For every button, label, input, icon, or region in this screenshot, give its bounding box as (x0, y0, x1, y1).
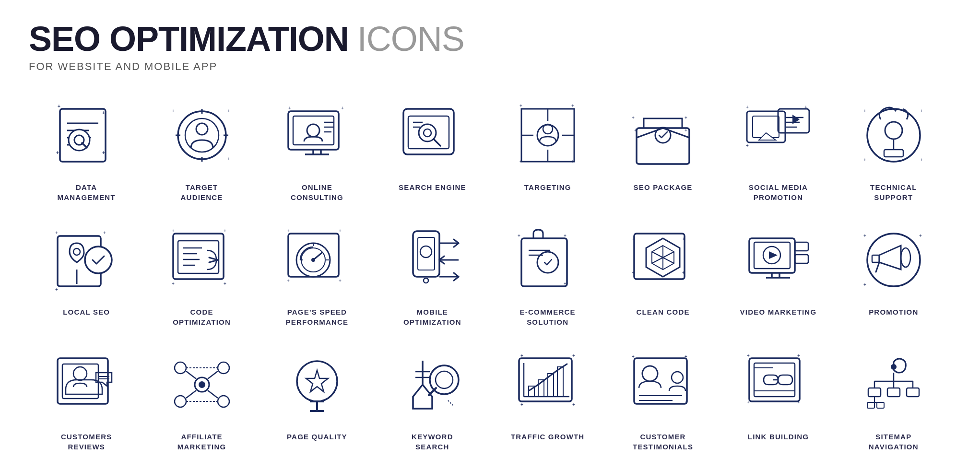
svg-text:+: + (746, 105, 749, 110)
svg-text:+: + (747, 353, 750, 358)
list-item: + + + LOCAL SEO (29, 212, 144, 337)
online-consulting-label: ONLINE CONSULTING (279, 182, 355, 202)
svg-text:+: + (632, 236, 635, 242)
link-building-label: LINK BUILDING (748, 432, 809, 442)
traffic-growth-label: TRAFFIC GROWTH (511, 432, 584, 442)
svg-text:+: + (682, 270, 685, 275)
promotion-icon: + + + (855, 222, 932, 298)
svg-point-156 (218, 362, 229, 374)
svg-rect-216 (867, 402, 874, 408)
subtitle: FOR WEBSITE AND MOBILE APP (29, 60, 951, 73)
svg-text:+: + (919, 233, 922, 238)
page-quality-label: PAGE QUALITY (287, 432, 347, 442)
list-item: + + + SOCIAL MEDIA PROMOTION (720, 87, 836, 212)
technical-support-icon: + + + + (855, 97, 932, 174)
list-item: + + + TARGET AUDIENCE (144, 87, 259, 212)
svg-rect-148 (58, 358, 108, 404)
svg-point-94 (311, 258, 315, 262)
svg-rect-217 (877, 402, 884, 408)
technical-support-label: TECHNICAL SUPPORT (855, 182, 932, 202)
svg-text:+: + (224, 228, 226, 234)
svg-text:+: + (172, 281, 175, 286)
list-item: AFFILIATE MARKETING (144, 337, 259, 461)
svg-point-27 (307, 124, 319, 137)
targeting-label: TARGETING (524, 182, 571, 192)
search-engine-label: SEARCH ENGINE (399, 182, 466, 192)
targeting-icon: + + + + (509, 97, 586, 174)
online-consulting-icon: + + (279, 97, 355, 174)
svg-point-64 (867, 109, 920, 162)
svg-rect-136 (795, 242, 808, 251)
svg-text:+: + (227, 156, 230, 162)
mobile-optimization-icon (394, 222, 471, 298)
svg-text:+: + (287, 278, 290, 283)
svg-text:+: + (55, 230, 58, 235)
social-media-promotion-label: SOCIAL MEDIA PROMOTION (740, 182, 816, 202)
local-seo-label: LOCAL SEO (63, 307, 110, 317)
list-item: + + + CUSTOMER TESTIMONIALS (605, 337, 720, 461)
target-audience-label: TARGET AUDIENCE (164, 182, 240, 202)
list-item: MOBILE OPTIMIZATION (375, 212, 490, 337)
link-building-icon: + + + + (740, 346, 816, 423)
svg-rect-34 (408, 116, 449, 149)
video-marketing-icon (740, 222, 816, 298)
svg-rect-23 (293, 116, 334, 145)
svg-text:+: + (172, 108, 175, 114)
data-management-label: DATA MANAGEMENT (48, 182, 125, 202)
svg-rect-22 (288, 111, 339, 150)
local-seo-icon: + + + (48, 222, 125, 298)
list-item: + + + + DATA MANAGEMENT (29, 87, 144, 212)
svg-text:+: + (520, 353, 523, 358)
svg-text:+: + (288, 106, 291, 111)
svg-text:+: + (518, 233, 520, 238)
svg-text:+: + (339, 228, 342, 234)
svg-point-188 (642, 366, 658, 381)
list-item: KEYWORD SEARCH (375, 337, 490, 461)
ecommerce-solution-icon: + + + (509, 222, 586, 298)
svg-text:+: + (564, 281, 567, 286)
svg-text:+: + (287, 228, 290, 234)
pages-speed-performance-icon: + + + + (279, 222, 355, 298)
list-item: + + + + TECHNICAL SUPPORT (836, 87, 951, 212)
list-item: + + + + SEO PACKAGE (605, 87, 720, 212)
svg-text:+: + (520, 402, 523, 407)
svg-point-74 (85, 247, 112, 273)
social-media-promotion-icon: + + + (740, 97, 816, 174)
keyword-search-icon (394, 346, 471, 423)
video-marketing-label: VIDEO MARKETING (740, 307, 817, 317)
svg-text:+: + (571, 159, 574, 164)
clean-code-label: CLEAN CODE (636, 307, 689, 317)
customers-reviews-icon (48, 346, 125, 423)
svg-text:+: + (863, 108, 866, 114)
svg-text:+: + (632, 270, 635, 275)
svg-point-65 (885, 122, 902, 139)
svg-text:+: + (339, 278, 342, 283)
svg-text:+: + (103, 230, 106, 235)
svg-line-37 (434, 139, 440, 146)
traffic-growth-icon: + + + + (509, 346, 586, 423)
svg-rect-66 (884, 150, 903, 157)
header: SEO OPTIMIZATION ICONS FOR WEBSITE AND M… (29, 19, 951, 73)
page-quality-icon (279, 346, 355, 423)
code-optimization-label: CODE OPTIMIZATION (164, 307, 240, 327)
customers-reviews-label: CUSTOMERS REVIEWS (48, 432, 125, 452)
list-item: + + + E-COMMERCE SOLUTION (490, 212, 605, 337)
sitemap-navigation-label: SITEMAP NAVIGATION (855, 432, 932, 452)
svg-text:+: + (572, 353, 575, 358)
svg-text:+: + (797, 400, 800, 405)
svg-rect-187 (634, 358, 687, 404)
svg-text:+: + (863, 157, 866, 163)
svg-text:+: + (863, 233, 866, 238)
list-item: + + + + LINK BUILDING (720, 337, 836, 461)
svg-point-14 (196, 123, 208, 135)
keyword-search-label: KEYWORD SEARCH (394, 432, 471, 452)
svg-marker-166 (306, 370, 328, 392)
svg-line-175 (448, 400, 453, 405)
svg-rect-142 (872, 255, 879, 262)
list-item: VIDEO MARKETING (720, 212, 836, 337)
svg-text:+: + (685, 115, 687, 120)
svg-point-104 (424, 278, 428, 283)
list-item: + + + + TARGETING (490, 87, 605, 212)
ecommerce-solution-label: E-COMMERCE SOLUTION (509, 307, 586, 327)
svg-text:+: + (634, 128, 637, 133)
